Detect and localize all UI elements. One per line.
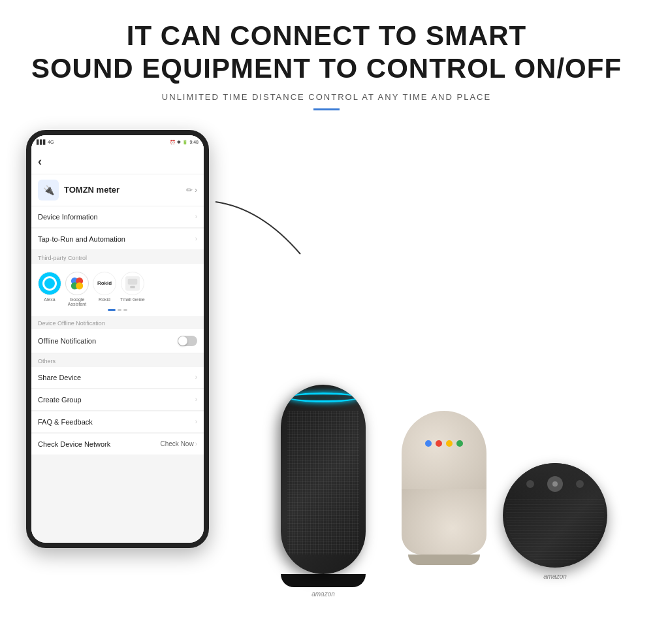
gh-dot-yellow (446, 440, 453, 447)
speakers-area: amazon (261, 215, 640, 607)
tmall-genie-icon (125, 276, 140, 291)
google-assistant-icon (65, 272, 89, 295)
check-now-arrow: › (195, 440, 197, 447)
svg-point-3 (76, 282, 83, 289)
check-network-label: Check Device Network (38, 440, 110, 448)
google-home-body (402, 411, 486, 555)
menu-item-tap-to-run[interactable]: Tap-to-Run and Automation › (31, 229, 204, 250)
device-icon: 🔌 (43, 185, 54, 195)
title-line2: SOUND EQUIPMENT TO CONTROL ON/OFF (0, 52, 653, 85)
device-icon-name: 🔌 TOMZN meter (38, 180, 119, 201)
sub-title: UNLIMITED TIME DISTANCE CONTROL AT ANY T… (0, 92, 653, 102)
third-party-icons: Alexa (38, 272, 197, 306)
echo-body (281, 385, 366, 574)
pagination-dots (38, 309, 197, 311)
gh-dot-blue (425, 440, 432, 447)
echo-dot: amazon (496, 463, 614, 594)
edit-icon[interactable]: ✏ › (186, 185, 197, 195)
menu-item-label: Device Information (38, 213, 98, 221)
offline-notification-item[interactable]: Offline Notification (31, 329, 204, 353)
echo-mesh (287, 411, 359, 555)
gh-dot-green (456, 440, 463, 447)
alexa-icon (38, 272, 61, 295)
svg-rect-5 (128, 278, 138, 284)
phone-status-right: ⏰ ✱ 🔋 9:48 (170, 140, 199, 145)
check-now-wrapper: Check Now › (161, 440, 197, 447)
title-underline (313, 108, 340, 110)
tmall-label: Tmall Genie (120, 297, 145, 302)
offline-toggle[interactable] (178, 336, 197, 346)
offline-section-label: Device Offline Notification (31, 316, 204, 329)
share-device-label: Share Device (38, 374, 81, 381)
menu-item-label: Tap-to-Run and Automation (38, 235, 125, 243)
phone-mockup: ▋▋▋ 4G ⏰ ✱ 🔋 9:48 ‹ (26, 130, 209, 548)
main-title: IT CAN CONNECT TO SMART SOUND EQUIPMENT … (0, 20, 653, 86)
echo-dot-buttons (526, 476, 584, 492)
create-group-label: Create Group (38, 396, 82, 404)
gh-dot-red (436, 440, 442, 447)
header-section: IT CAN CONNECT TO SMART SOUND EQUIPMENT … (0, 0, 653, 117)
dot-2 (118, 309, 121, 311)
share-device-item[interactable]: Share Device › (31, 367, 204, 389)
echo-dot-btn-center (547, 476, 563, 492)
google-home-bottom (402, 489, 486, 555)
toggle-knob (178, 336, 187, 346)
google-assistant-item[interactable]: GoogleAssistant (65, 272, 89, 306)
menu-arrow: › (195, 374, 197, 381)
device-name-text: TOMZN meter (64, 185, 119, 195)
rokid-icon: Rokid (93, 272, 116, 295)
device-header: 🔌 TOMZN meter ✏ › (31, 174, 204, 206)
google-home-base (408, 555, 480, 565)
phone-status-bar: ▋▋▋ 4G ⏰ ✱ 🔋 9:48 (31, 135, 204, 150)
menu-arrow: › (195, 213, 197, 220)
content-area: ▋▋▋ 4G ⏰ ✱ 🔋 9:48 ‹ (0, 130, 653, 626)
alexa-item[interactable]: Alexa (38, 272, 61, 306)
others-section-label: Others (31, 354, 204, 367)
battery-icon: 🔋 (182, 140, 188, 145)
echo-label: amazon (274, 590, 372, 598)
echo-base (281, 574, 366, 587)
dot-3 (123, 309, 127, 311)
status-text: 4G (48, 140, 54, 144)
third-party-section-label: Third-party Control (31, 251, 204, 264)
time-display: 9:48 (189, 140, 199, 144)
offline-notification-label: Offline Notification (38, 337, 96, 345)
bluetooth-icon: ✱ (177, 140, 181, 145)
faq-feedback-label: FAQ & Feedback (38, 418, 93, 426)
menu-arrow: › (195, 418, 197, 425)
echo-dot-mesh (506, 499, 604, 564)
check-network-item[interactable]: Check Device Network Check Now › (31, 434, 204, 455)
device-icon-box: 🔌 (38, 180, 59, 201)
phone-nav-bar: ‹ (31, 150, 204, 174)
google-home-top (402, 411, 486, 496)
rokid-item[interactable]: Rokid Rokid (93, 272, 116, 306)
dot-1 (108, 309, 116, 311)
phone-status-left: ▋▋▋ 4G (37, 140, 54, 145)
tmall-icon (121, 272, 144, 295)
echo-dot-btn-1 (526, 480, 534, 488)
menu-arrow: › (195, 235, 197, 242)
phone-wrapper: ▋▋▋ 4G ⏰ ✱ 🔋 9:48 ‹ (26, 130, 229, 574)
back-button[interactable]: ‹ (38, 155, 42, 169)
alexa-label: Alexa (44, 297, 56, 302)
alarm-icon: ⏰ (170, 140, 176, 145)
third-party-section: Alexa (31, 264, 204, 316)
google-assistant-label: GoogleAssistant (68, 297, 86, 306)
google-g-icon (70, 276, 84, 291)
google-home-dots (425, 440, 463, 447)
alexa-ring (42, 276, 57, 291)
signal-icon: ▋▋▋ (37, 140, 46, 145)
faq-feedback-item[interactable]: FAQ & Feedback › (31, 411, 204, 433)
echo-dot-label: amazon (496, 573, 614, 580)
echo-speaker: amazon (274, 385, 372, 594)
check-now-text[interactable]: Check Now (161, 440, 194, 447)
main-container: IT CAN CONNECT TO SMART SOUND EQUIPMENT … (0, 0, 653, 644)
menu-arrow: › (195, 396, 197, 403)
svg-rect-6 (130, 285, 135, 288)
echo-dot-btn-2 (576, 480, 584, 488)
tmall-item[interactable]: Tmall Genie (120, 272, 145, 306)
menu-item-device-info[interactable]: Device Information › (31, 206, 204, 228)
create-group-item[interactable]: Create Group › (31, 389, 204, 411)
title-line1: IT CAN CONNECT TO SMART (0, 20, 653, 52)
echo-ring (287, 393, 359, 402)
